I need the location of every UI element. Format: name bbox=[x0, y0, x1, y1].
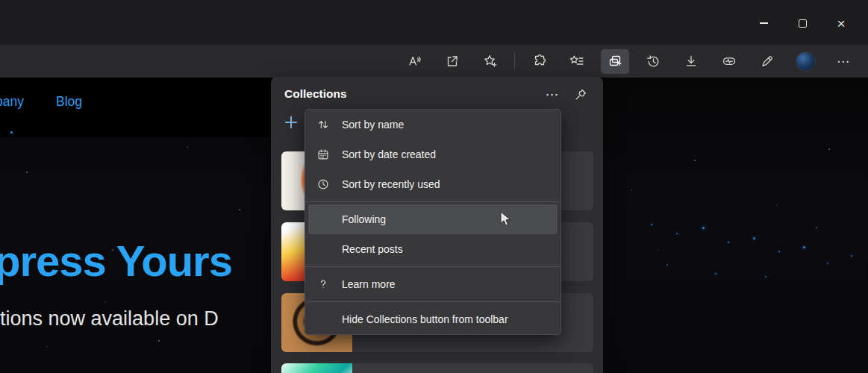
add-to-favorites-button[interactable] bbox=[476, 49, 505, 74]
favorites-button[interactable] bbox=[563, 49, 591, 74]
share-button[interactable] bbox=[438, 49, 466, 74]
menu-item-following[interactable]: Following bbox=[308, 204, 558, 234]
menu-item-hide-collections-button[interactable]: Hide Collections button from toolbar bbox=[305, 304, 561, 334]
menu-item-label: Recent posts bbox=[342, 243, 403, 255]
empty-icon-slot bbox=[316, 212, 331, 227]
minimize-icon bbox=[760, 22, 768, 24]
browser-toolbar: ⋯ bbox=[0, 45, 868, 78]
downloads-button[interactable] bbox=[677, 49, 705, 74]
collection-card[interactable] bbox=[281, 363, 593, 373]
menu-item-label: Learn more bbox=[342, 278, 396, 290]
nav-link-blog[interactable]: Blog bbox=[56, 94, 82, 110]
browser-essentials-icon bbox=[722, 54, 737, 69]
collections-header-actions: ⋯ bbox=[542, 84, 591, 105]
clock-icon bbox=[316, 177, 331, 192]
nav-link-company[interactable]: pany bbox=[0, 94, 24, 110]
share-icon bbox=[445, 54, 460, 69]
favorites-icon bbox=[569, 54, 584, 69]
menu-separator bbox=[305, 201, 561, 202]
menu-separator bbox=[305, 301, 561, 302]
collections-title: Collections bbox=[284, 87, 347, 101]
title-bar: × bbox=[0, 0, 868, 45]
menu-item-recent-posts[interactable]: Recent posts bbox=[305, 234, 561, 264]
sort-arrows-icon bbox=[316, 117, 331, 132]
question-icon bbox=[316, 277, 331, 292]
menu-item-learn-more[interactable]: Learn more bbox=[305, 269, 561, 299]
pin-panel-button[interactable] bbox=[570, 84, 591, 105]
history-button[interactable] bbox=[639, 49, 667, 74]
collection-thumbnail bbox=[281, 363, 352, 373]
downloads-icon bbox=[684, 54, 699, 69]
browser-essentials-button[interactable] bbox=[715, 49, 743, 74]
hero-heading: press Yours bbox=[0, 236, 232, 286]
close-button[interactable]: × bbox=[822, 9, 861, 37]
browser-window: × bbox=[0, 0, 868, 373]
collections-header: Collections ⋯ bbox=[271, 77, 603, 113]
settings-more-button[interactable]: ⋯ bbox=[829, 49, 858, 74]
history-icon bbox=[646, 54, 661, 69]
maximize-icon bbox=[799, 19, 807, 28]
pin-icon bbox=[574, 88, 587, 101]
collections-context-menu: Sort by name Sort by date created Sort b… bbox=[305, 109, 561, 335]
menu-item-sort-by-recently-used[interactable]: Sort by recently used bbox=[305, 169, 561, 199]
plus-icon bbox=[283, 114, 299, 131]
collections-button[interactable] bbox=[601, 49, 629, 74]
menu-item-sort-by-date-created[interactable]: Sort by date created bbox=[305, 140, 561, 169]
window-controls: × bbox=[744, 9, 861, 37]
avatar bbox=[796, 51, 816, 72]
ellipsis-icon: ⋯ bbox=[546, 87, 560, 103]
collections-icon bbox=[608, 54, 622, 69]
menu-item-label: Sort by date created bbox=[342, 148, 436, 160]
empty-icon-slot bbox=[316, 242, 331, 257]
calendar-icon bbox=[316, 147, 331, 162]
web-capture-icon bbox=[760, 54, 775, 69]
hero-subtitle: tions now available on D bbox=[0, 307, 219, 330]
web-capture-button[interactable] bbox=[753, 49, 781, 74]
menu-item-label: Sort by name bbox=[342, 119, 404, 131]
mouse-cursor bbox=[500, 211, 512, 231]
star-add-icon bbox=[483, 54, 498, 69]
empty-icon-slot bbox=[316, 312, 331, 327]
toolbar-buttons: ⋯ bbox=[400, 45, 858, 78]
profile-button[interactable] bbox=[791, 49, 819, 74]
menu-item-label: Hide Collections button from toolbar bbox=[342, 313, 508, 325]
ellipsis-icon: ⋯ bbox=[837, 54, 850, 69]
menu-item-sort-by-name[interactable]: Sort by name bbox=[305, 110, 561, 140]
menu-item-label: Sort by recently used bbox=[342, 178, 440, 190]
toolbar-separator bbox=[514, 53, 515, 69]
menu-item-label: Following bbox=[342, 213, 386, 225]
extensions-button[interactable] bbox=[525, 49, 553, 74]
maximize-button[interactable] bbox=[783, 9, 822, 37]
collections-more-button[interactable]: ⋯ bbox=[542, 84, 563, 105]
extensions-icon bbox=[531, 54, 546, 69]
read-aloud-icon bbox=[407, 54, 422, 69]
site-nav-bar bbox=[0, 78, 271, 137]
close-icon: × bbox=[837, 16, 845, 31]
read-aloud-button[interactable] bbox=[400, 49, 428, 74]
minimize-button[interactable] bbox=[744, 9, 783, 37]
menu-separator bbox=[305, 266, 561, 267]
add-collection-button[interactable] bbox=[281, 113, 301, 132]
